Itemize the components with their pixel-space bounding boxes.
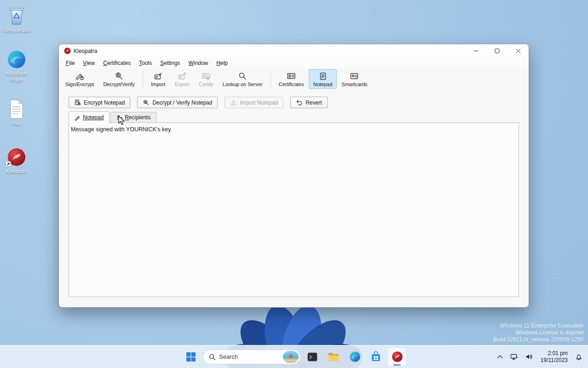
start-button[interactable]	[182, 348, 200, 366]
tray-chevron-up[interactable]	[495, 352, 505, 362]
taskbar: Search	[0, 345, 588, 368]
desktop-icon-label: zout	[0, 121, 33, 127]
taskbar-microsoft-store[interactable]	[367, 348, 385, 366]
revert-icon	[296, 99, 303, 106]
desktop-icon-label: Kleopatra	[0, 169, 33, 175]
sign-encrypt-icon	[75, 71, 84, 81]
desktop-icon-kleopatra[interactable]: Kleopatra	[0, 146, 33, 175]
kleopatra-window: Kleopatra File View Certificates Tools S…	[58, 44, 529, 308]
search-highlight-image[interactable]	[283, 351, 299, 363]
revert-button[interactable]: Revert	[290, 97, 327, 108]
toolbar-label: Certificates	[279, 82, 304, 87]
notepad-action-bar: Encrypt Notepad Decrypt / Verify Notepad…	[59, 97, 529, 108]
toolbar-label: Certify	[199, 82, 213, 87]
edge-icon	[0, 48, 33, 69]
desktop-icon-label: Microsoft Edge	[0, 71, 33, 83]
taskbar-edge[interactable]	[346, 348, 364, 366]
toolbar-label: Sign/Encrypt	[65, 82, 94, 87]
toolbar-lookup-on-server[interactable]: Lookup on Server	[218, 69, 267, 89]
terminal-icon	[307, 351, 318, 362]
toolbar-smartcards[interactable]: Smartcards	[337, 69, 372, 89]
tray-network[interactable]	[508, 350, 520, 363]
menu-certificates[interactable]: Certificates	[99, 58, 135, 68]
maximize-button[interactable]	[486, 44, 507, 58]
tray-volume[interactable]	[524, 350, 535, 363]
toolbar-label: Notepad	[313, 82, 333, 87]
desktop-icon-microsoft-edge[interactable]: Microsoft Edge	[0, 48, 33, 83]
watermark-line: Build 22621.ni_release.220506-1250	[493, 336, 583, 343]
clock-date: 19/11/2023	[541, 357, 568, 364]
toolbar-label: Lookup on Server	[223, 82, 263, 87]
tab-label: Notepad	[83, 114, 104, 121]
tab-notepad[interactable]: Notepad	[69, 111, 110, 123]
menu-view[interactable]: View	[79, 58, 99, 68]
toolbar-notepad[interactable]: Notepad	[309, 69, 337, 89]
kleopatra-icon	[392, 351, 403, 362]
menu-settings[interactable]: Settings	[156, 58, 184, 68]
export-icon	[178, 71, 187, 81]
taskbar-terminal[interactable]	[303, 348, 322, 366]
toolbar-import[interactable]: Import	[146, 69, 170, 89]
notepad-text: Message signed with YOURNICK's key.	[71, 126, 172, 133]
toolbar-certificates[interactable]: Certificates	[274, 69, 309, 89]
button-label: Revert	[306, 99, 322, 106]
toolbar-certify: Certify	[194, 69, 218, 89]
import-icon	[154, 71, 163, 81]
menu-window[interactable]: Window	[184, 58, 213, 68]
import-notepad-button: Import Notepad	[225, 97, 283, 108]
watermark-line: Windows License is expired	[493, 329, 583, 336]
toolbar-separator	[143, 71, 143, 88]
button-label: Encrypt Notepad	[84, 99, 125, 106]
notepad-text-area[interactable]: Message signed with YOURNICK's key.	[69, 123, 519, 297]
tab-recipients[interactable]: Recipients	[110, 112, 156, 123]
tray-notifications[interactable]	[573, 350, 584, 363]
windows-activation-watermark: Windows 11 Enterprise Evaluation Windows…	[493, 322, 583, 343]
decrypt-verify-notepad-icon	[143, 99, 150, 106]
desktop-icon-recycle-bin[interactable]: Recycle Bin	[0, 5, 33, 34]
toolbar-label: Export	[175, 82, 190, 87]
taskbar-search[interactable]: Search	[203, 350, 300, 364]
folder-icon	[328, 351, 340, 362]
minimize-button[interactable]	[465, 44, 486, 58]
toolbar-decrypt-verify[interactable]: Decrypt/Verify	[98, 69, 139, 89]
toolbar-export: Export	[170, 69, 194, 89]
import-notepad-icon	[230, 99, 237, 106]
certify-icon	[202, 71, 211, 81]
menu-help[interactable]: Help	[212, 58, 232, 68]
kleopatra-titlebar-icon	[64, 47, 71, 54]
search-icon	[209, 354, 215, 360]
taskbar-kleopatra[interactable]	[388, 348, 406, 366]
lookup-search-icon	[238, 71, 247, 81]
kleopatra-icon	[0, 146, 33, 167]
desktop-icon-label: Recycle Bin	[0, 28, 33, 34]
toolbar-label: Smartcards	[341, 82, 367, 87]
encrypt-notepad-icon	[74, 99, 81, 106]
close-button[interactable]	[507, 44, 529, 58]
encrypt-notepad-button[interactable]: Encrypt Notepad	[69, 97, 130, 108]
notepad-tabs: Notepad Recipients	[59, 111, 529, 123]
menu-tools[interactable]: Tools	[135, 58, 156, 68]
toolbar-separator	[271, 71, 271, 88]
taskbar-file-explorer[interactable]	[324, 348, 343, 366]
edge-icon	[349, 351, 361, 362]
toolbar-label: Decrypt/Verify	[103, 82, 134, 87]
watermark-line: Windows 11 Enterprise Evaluation	[493, 322, 583, 329]
decrypt-verify-notepad-button[interactable]: Decrypt / Verify Notepad	[137, 97, 218, 108]
desktop-icon-zout[interactable]: zout	[0, 98, 33, 127]
toolbar-label: Import	[151, 82, 165, 87]
tray-clock[interactable]: 2:01 pm 19/11/2023	[539, 350, 570, 364]
menu-file[interactable]: File	[62, 58, 79, 68]
titlebar[interactable]: Kleopatra	[59, 44, 529, 58]
chevron-up-icon	[497, 355, 503, 359]
smartcards-icon	[350, 71, 359, 81]
window-bottom-margin	[59, 297, 529, 307]
pencil-icon	[75, 115, 81, 121]
button-label: Decrypt / Verify Notepad	[152, 99, 212, 106]
mouse-cursor	[118, 116, 126, 126]
toolbar-sign-encrypt[interactable]: Sign/Encrypt	[61, 69, 98, 89]
windows-logo-icon	[185, 351, 196, 362]
bell-icon	[575, 353, 582, 361]
clock-time: 2:01 pm	[541, 350, 568, 357]
network-icon	[510, 353, 518, 360]
shortcut-arrow-icon	[6, 161, 11, 167]
